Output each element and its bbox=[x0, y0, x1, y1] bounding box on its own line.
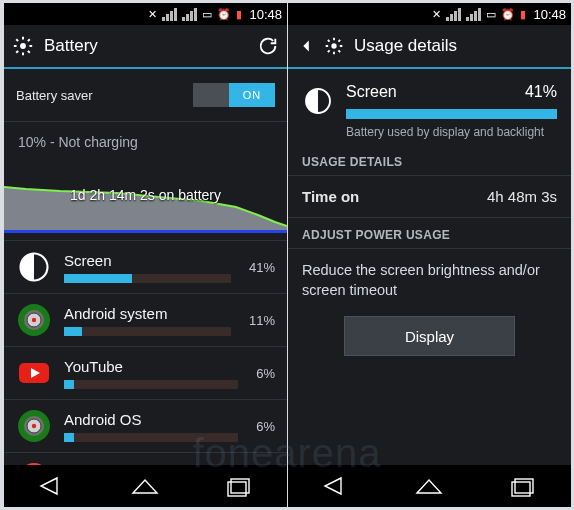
phone-right: ✕ ▭ ⏰ ▮ 10:48 Usage details Screen 41% bbox=[288, 3, 571, 507]
nav-home[interactable] bbox=[404, 472, 454, 500]
refresh-icon[interactable] bbox=[257, 35, 279, 57]
signal-1-icon bbox=[162, 8, 177, 21]
svg-point-0 bbox=[20, 43, 26, 49]
usage-item-label: Screen bbox=[64, 252, 231, 269]
brightness-icon bbox=[302, 85, 334, 117]
android-system-icon bbox=[16, 302, 52, 338]
on-battery-caption: 1d 2h 14m 2s on battery bbox=[4, 156, 287, 234]
nav-back[interactable] bbox=[26, 472, 76, 500]
gear-icon bbox=[12, 35, 34, 57]
nav-bar bbox=[4, 465, 287, 507]
time-on-key: Time on bbox=[302, 188, 359, 205]
portrait-lock-icon: ▭ bbox=[202, 8, 212, 21]
usage-item-pct: 6% bbox=[256, 366, 275, 381]
usage-item-label: Android OS bbox=[64, 411, 238, 428]
gear-icon bbox=[324, 36, 344, 56]
usage-item-android-system[interactable]: Android system 11% bbox=[4, 293, 287, 346]
status-bar: ✕ ▭ ⏰ ▮ 10:48 bbox=[4, 3, 287, 25]
charge-status: 10% - Not charging bbox=[4, 122, 287, 156]
status-bar: ✕ ▭ ⏰ ▮ 10:48 bbox=[288, 3, 571, 25]
usage-header-sub: Battery used by display and backlight bbox=[346, 125, 557, 139]
time-on-value: 4h 48m 3s bbox=[487, 188, 557, 205]
nav-recents[interactable] bbox=[215, 472, 265, 500]
battery-icon: ▮ bbox=[520, 8, 526, 21]
nav-bar bbox=[288, 465, 571, 507]
svg-point-7 bbox=[32, 318, 36, 322]
nav-back[interactable] bbox=[310, 472, 360, 500]
usage-header-label: Screen bbox=[346, 83, 397, 101]
toggle-on-label: ON bbox=[229, 83, 275, 107]
svg-point-18 bbox=[331, 43, 336, 48]
vibrate-icon: ✕ bbox=[148, 8, 157, 21]
usage-item-screen[interactable]: Screen 41% bbox=[4, 240, 287, 293]
page-title: Usage details bbox=[354, 36, 563, 56]
battery-saver-label: Battery saver bbox=[16, 88, 93, 103]
time-on-row: Time on 4h 48m 3s bbox=[288, 176, 571, 218]
status-clock: 10:48 bbox=[249, 7, 282, 22]
nav-recents[interactable] bbox=[499, 472, 549, 500]
usage-item-label: Android system bbox=[64, 305, 231, 322]
section-usage-details: USAGE DETAILS bbox=[288, 145, 571, 176]
page-title: Battery bbox=[44, 36, 247, 56]
app-bar: Usage details bbox=[288, 25, 571, 67]
usage-item-android-os[interactable]: Android OS 6% bbox=[4, 399, 287, 452]
battery-saver-row[interactable]: Battery saver ON bbox=[4, 69, 287, 121]
usage-header-bar bbox=[346, 109, 557, 119]
display-button-label: Display bbox=[405, 328, 454, 345]
svg-point-13 bbox=[32, 424, 36, 428]
alarm-icon: ⏰ bbox=[217, 8, 231, 21]
android-os-icon bbox=[16, 408, 52, 444]
signal-2-icon bbox=[182, 8, 197, 21]
usage-header-pct: 41% bbox=[525, 83, 557, 101]
divider bbox=[4, 67, 287, 69]
youtube-icon bbox=[16, 355, 52, 391]
display-button[interactable]: Display bbox=[344, 316, 515, 356]
usage-item-youtube[interactable]: YouTube 6% bbox=[4, 346, 287, 399]
battery-icon: ▮ bbox=[236, 8, 242, 21]
signal-1-icon bbox=[446, 8, 461, 21]
usage-item-pct: 41% bbox=[249, 260, 275, 275]
alarm-icon: ⏰ bbox=[501, 8, 515, 21]
battery-saver-toggle[interactable]: ON bbox=[193, 83, 275, 107]
nav-home[interactable] bbox=[120, 472, 170, 500]
battery-chart[interactable]: 1d 2h 14m 2s on battery bbox=[4, 156, 287, 234]
divider bbox=[288, 67, 571, 69]
portrait-lock-icon: ▭ bbox=[486, 8, 496, 21]
app-bar: Battery bbox=[4, 25, 287, 67]
status-clock: 10:48 bbox=[533, 7, 566, 22]
vibrate-icon: ✕ bbox=[432, 8, 441, 21]
back-icon[interactable] bbox=[296, 35, 318, 57]
section-adjust-power: ADJUST POWER USAGE bbox=[288, 218, 571, 249]
power-tip: Reduce the screen brightness and/or scre… bbox=[288, 249, 571, 314]
signal-2-icon bbox=[466, 8, 481, 21]
usage-item-label: YouTube bbox=[64, 358, 238, 375]
phone-left: ✕ ▭ ⏰ ▮ 10:48 Battery Battery saver ON 1… bbox=[4, 3, 287, 507]
usage-item-pct: 6% bbox=[256, 419, 275, 434]
usage-header: Screen 41% Battery used by display and b… bbox=[288, 69, 571, 145]
usage-item-pct: 11% bbox=[249, 313, 275, 328]
brightness-icon bbox=[16, 249, 52, 285]
